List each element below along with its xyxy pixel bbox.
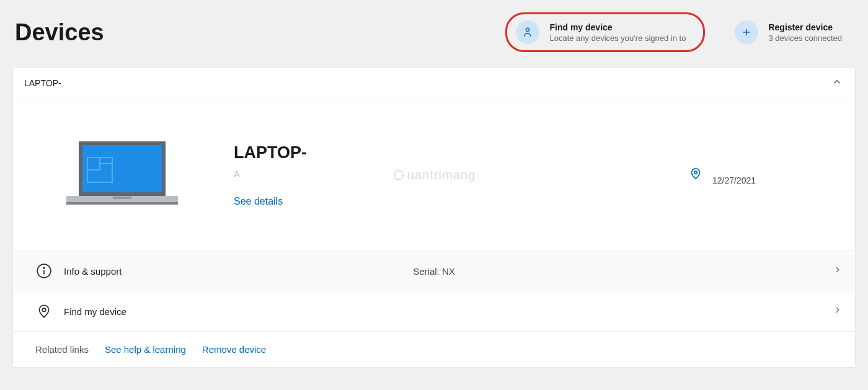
plus-icon	[735, 20, 758, 44]
find-my-device-title: Find my device	[549, 22, 686, 32]
location-pin-icon	[689, 167, 702, 183]
page-title: Devices	[15, 19, 480, 46]
person-location-icon	[516, 20, 539, 44]
chevron-up-icon	[831, 76, 843, 90]
panel-header[interactable]: LAPTOP-	[13, 68, 855, 99]
info-icon	[35, 262, 53, 280]
location-date: 12/27/2021	[712, 175, 756, 185]
svg-rect-4	[82, 145, 162, 192]
info-support-label: Info & support	[64, 266, 122, 277]
info-support-row[interactable]: Info & support Serial: NX	[13, 250, 855, 291]
device-name: LAPTOP-	[234, 143, 689, 162]
laptop-icon	[60, 136, 184, 213]
location-pin-icon	[35, 303, 53, 320]
svg-point-11	[694, 171, 698, 174]
see-help-learning-link[interactable]: See help & learning	[105, 344, 186, 355]
svg-rect-10	[113, 197, 131, 199]
svg-point-19	[43, 267, 45, 268]
find-my-device-action[interactable]: Find my device Locate any devices you're…	[505, 12, 705, 52]
find-my-device-label: Find my device	[64, 306, 126, 317]
register-device-action[interactable]: Register device 3 devices connected	[724, 14, 853, 50]
related-links-label: Related links	[35, 344, 89, 355]
register-device-title: Register device	[768, 22, 842, 32]
device-subtitle: A	[234, 169, 689, 181]
related-links-row: Related links See help & learning Remove…	[13, 331, 855, 367]
remove-device-link[interactable]: Remove device	[202, 344, 266, 355]
device-panel: LAPTOP- LAPTOP- A See details	[12, 67, 856, 368]
find-my-device-subtitle: Locate any devices you're signed in to	[549, 33, 686, 43]
svg-point-0	[526, 28, 529, 31]
see-details-link[interactable]: See details	[234, 196, 689, 207]
panel-header-title: LAPTOP-	[24, 78, 61, 88]
chevron-right-icon	[833, 265, 843, 277]
serial-label: Serial: NX	[413, 266, 455, 277]
find-my-device-row[interactable]: Find my device	[13, 291, 855, 331]
register-device-subtitle: 3 devices connected	[768, 33, 842, 43]
chevron-right-icon	[833, 305, 843, 317]
svg-rect-9	[66, 202, 178, 205]
svg-point-20	[42, 308, 45, 311]
